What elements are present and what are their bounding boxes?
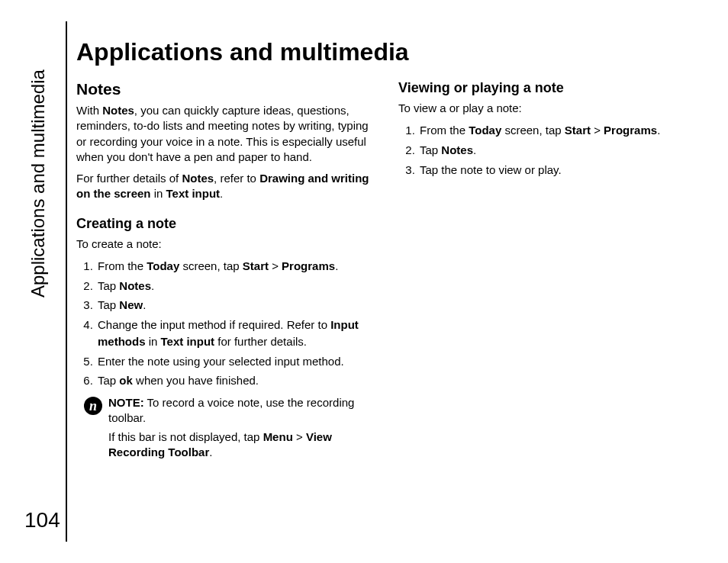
text: Enter the note using your selected input… [98, 355, 344, 368]
document-page: Applications and multimedia 104 Applicat… [0, 0, 728, 563]
text: If this bar is not displayed, tap [108, 430, 263, 443]
text: when you have finished. [133, 374, 259, 387]
list-item: Enter the note using your selected input… [96, 353, 375, 370]
text: > [269, 259, 282, 272]
list-item: From the Today screen, tap Start > Progr… [96, 258, 375, 275]
creating-note-heading: Creating a note [76, 216, 375, 232]
text: > [591, 124, 604, 137]
bold-text: Today [469, 124, 501, 137]
list-item: From the Today screen, tap Start > Progr… [418, 122, 697, 139]
text: With [76, 104, 102, 117]
notes-heading: Notes [76, 80, 375, 98]
bold-text: Text input [161, 335, 215, 348]
bold-text: Notes [102, 104, 134, 117]
bold-text: Programs [282, 259, 335, 272]
text: From the [420, 124, 469, 137]
list-item: Tap Notes. [418, 142, 697, 159]
bold-text: New [119, 298, 143, 311]
bold-text: Notes [441, 143, 473, 156]
bold-text: ok [119, 374, 133, 387]
text: . [151, 279, 154, 292]
bold-text: Text input [166, 187, 221, 200]
text: . [220, 187, 223, 200]
creating-note-intro: To create a note: [76, 236, 375, 252]
viewing-steps: From the Today screen, tap Start > Progr… [398, 122, 697, 178]
bold-text: Notes [119, 279, 151, 292]
text: From the [98, 259, 147, 272]
right-column: Viewing or playing a note To view a or p… [398, 80, 697, 463]
note-callout: n NOTE: To record a voice note, use the … [76, 395, 375, 463]
text: , refer to [214, 172, 259, 185]
list-item: Change the input method if required. Ref… [96, 317, 375, 350]
bold-text: Today [147, 259, 179, 272]
viewing-heading: Viewing or playing a note [398, 80, 697, 96]
text: in [146, 335, 161, 348]
page-title: Applications and multimedia [76, 38, 697, 66]
page-number: 104 [24, 508, 60, 532]
text: . [143, 298, 146, 311]
list-item: Tap the note to view or play. [418, 162, 697, 179]
text: For further details of [76, 172, 182, 185]
content-area: Applications and multimedia Notes With N… [76, 38, 697, 532]
text: Tap [98, 374, 119, 387]
text: . [209, 446, 212, 458]
bold-text: Start [243, 259, 269, 272]
note-text: NOTE: To record a voice note, use the re… [108, 395, 375, 463]
bold-text: NOTE: [108, 396, 144, 409]
creating-note-steps: From the Today screen, tap Start > Progr… [76, 258, 375, 389]
list-item: Tap ok when you have finished. [96, 372, 375, 389]
viewing-intro: To view a or play a note: [398, 101, 697, 116]
text: Tap [98, 298, 119, 311]
list-item: Tap New. [96, 297, 375, 314]
note-line-2: If this bar is not displayed, tap Menu >… [108, 429, 375, 461]
text: Tap [98, 279, 119, 292]
text: . [335, 259, 338, 272]
vertical-rule [66, 21, 67, 542]
text: screen, tap [179, 259, 243, 272]
text: Tap the note to view or play. [420, 163, 562, 176]
notes-ref-paragraph: For further details of Notes, refer to D… [76, 171, 375, 202]
two-column-layout: Notes With Notes, you can quickly captur… [76, 80, 697, 463]
text: screen, tap [501, 124, 565, 137]
bold-text: Programs [604, 124, 657, 137]
text: for further details. [214, 335, 307, 348]
text: . [473, 143, 476, 156]
bold-text: Start [565, 124, 591, 137]
text: To record a voice note, use the recordin… [108, 396, 354, 424]
bold-text: Menu [263, 430, 293, 443]
note-icon: n [84, 397, 102, 415]
text: Tap [420, 143, 441, 156]
notes-intro-paragraph: With Notes, you can quickly capture idea… [76, 103, 375, 165]
left-column: Notes With Notes, you can quickly captur… [76, 80, 375, 463]
text: Change the input method if required. Ref… [98, 318, 330, 331]
list-item: Tap Notes. [96, 278, 375, 294]
text: > [293, 430, 306, 443]
text: . [657, 124, 660, 137]
note-line-1: NOTE: To record a voice note, use the re… [108, 395, 375, 426]
bold-text: Notes [182, 172, 214, 185]
text: in [151, 187, 166, 200]
side-section-label: Applications and multimedia [27, 69, 49, 298]
